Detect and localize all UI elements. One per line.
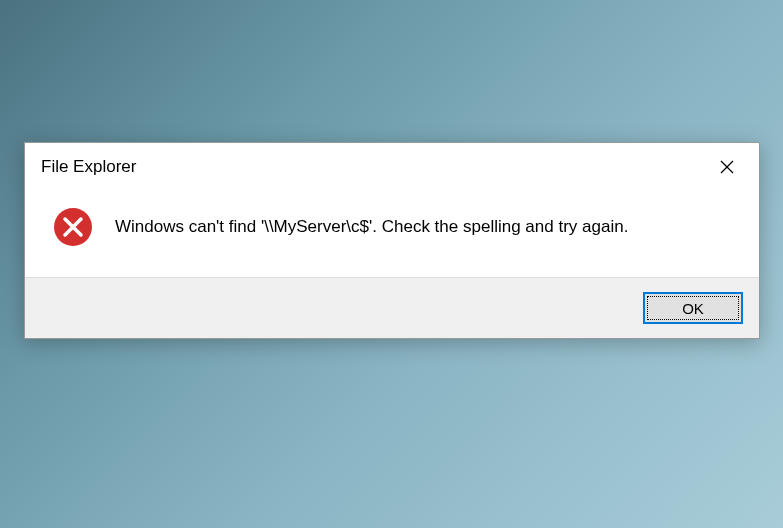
- close-button[interactable]: [709, 153, 745, 181]
- error-icon: [53, 207, 93, 247]
- dialog-title: File Explorer: [41, 157, 136, 177]
- error-dialog: File Explorer Windows can't find '\\MySe…: [24, 142, 760, 339]
- error-message: Windows can't find '\\MyServer\c$'. Chec…: [115, 216, 628, 238]
- dialog-button-row: OK: [25, 277, 759, 338]
- ok-button[interactable]: OK: [643, 292, 743, 324]
- dialog-titlebar: File Explorer: [25, 143, 759, 187]
- close-icon: [720, 160, 734, 174]
- dialog-content: Windows can't find '\\MyServer\c$'. Chec…: [25, 187, 759, 277]
